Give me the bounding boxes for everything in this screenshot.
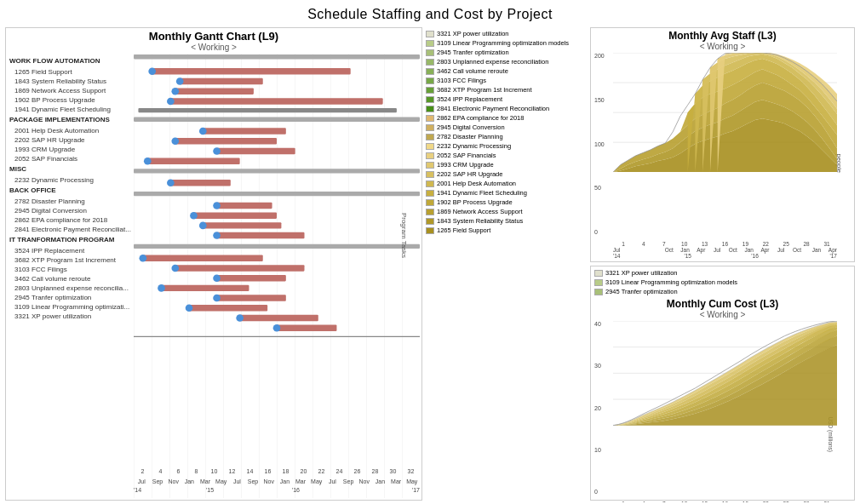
svg-rect-13 (203, 128, 286, 134)
legend-item: 2202 SAP HR Upgrade (426, 169, 588, 179)
cum-cost-chart: 3321 XP power utilization 3109 Linear Pr… (590, 266, 855, 501)
gantt-x-axis-months: Jul Sep Nov Jan Mar May Jul Sep Nov Jan … (134, 478, 420, 484)
legend-item: 1869 Network Access Support (426, 207, 588, 216)
legend-label: 3321 XP power utilization (437, 29, 509, 38)
cum-cost-y-ticks: 010203040 (594, 321, 611, 495)
svg-rect-2 (134, 54, 420, 59)
gantt-item: 2841 Electronic Payment Reconciliat... (8, 225, 134, 234)
gantt-group-pi: PACKAGE IMPLEMENTATIONS (8, 114, 134, 126)
svg-point-35 (140, 255, 147, 262)
legend-swatch (426, 40, 434, 47)
svg-rect-11 (138, 108, 396, 112)
svg-point-20 (144, 158, 152, 165)
legend-label: 3109 Linear Programming optimization mod… (605, 278, 737, 287)
legend-swatch (426, 134, 434, 140)
legend-item: 1265 Field Support (426, 226, 588, 235)
legend-item: 3109 Linear Programming optimization mod… (594, 278, 851, 287)
legend-label: 2862 EPA compliance for 2018 (437, 113, 524, 123)
legend-top-panel: 3321 XP power utilization 3109 Linear Pr… (424, 26, 590, 502)
legend-label: 3321 XP power utilization (605, 268, 678, 278)
svg-rect-31 (217, 232, 305, 238)
program-tasks-label: Program Tasks (400, 213, 408, 258)
legend-item: 1993 CRM Upgrade (426, 160, 588, 169)
legend-swatch (426, 143, 434, 150)
svg-rect-44 (189, 305, 267, 311)
legend-label: 3103 FCC Filings (437, 76, 486, 85)
svg-point-41 (158, 284, 165, 292)
svg-point-49 (273, 324, 281, 332)
svg-rect-17 (217, 148, 295, 154)
cum-cost-legend-header: 3321 XP power utilization 3109 Linear Pr… (594, 268, 851, 296)
legend-label: 3109 Linear Programming optimization mod… (437, 38, 569, 48)
gantt-x-axis-numbers: 2 4 6 8 10 12 14 16 18 20 22 24 26 28 30… (134, 468, 420, 474)
legend-swatch (426, 199, 434, 206)
legend-label: 2232 Dynamic Processing (437, 141, 511, 151)
gantt-group-wfa: WORK FLOW AUTOMATION (8, 55, 134, 67)
svg-rect-27 (193, 212, 277, 218)
gantt-subtitle: < Working > (8, 43, 420, 52)
gantt-item: 1843 System Reliability Status (8, 77, 134, 86)
svg-point-39 (213, 274, 221, 282)
svg-point-43 (213, 295, 221, 302)
legend-label: 1869 Network Access Support (437, 207, 522, 216)
legend-item: 1843 System Reliability Status (426, 216, 588, 226)
cum-cost-title: Monthly Cum Cost (L3) (594, 298, 851, 310)
svg-rect-24 (134, 192, 420, 196)
gantt-item: 1941 Dynamic Fleet Scheduling (8, 105, 134, 114)
legend-swatch (426, 87, 434, 94)
svg-rect-29 (203, 222, 281, 228)
legend-swatch (426, 190, 434, 197)
svg-rect-46 (240, 315, 318, 321)
svg-rect-34 (143, 255, 263, 261)
gantt-item: 1902 BP Process Upgrade (8, 95, 134, 105)
gantt-group-it: IT TRANFORMATION PROGRAM (8, 234, 134, 246)
avg-staff-y-ticks: 050100150200 (594, 53, 611, 235)
legend-item: 2945 Digital Conversion (426, 123, 588, 132)
legend-label: 2052 SAP Financials (437, 151, 496, 160)
svg-point-28 (190, 212, 198, 220)
legend-label: 1941 Dynamic Fleet Scheduling (437, 188, 527, 198)
svg-rect-22 (170, 180, 230, 186)
gantt-group-misc: MISC (8, 163, 134, 175)
legend-swatch (426, 106, 434, 112)
svg-point-26 (213, 202, 221, 209)
legend-label: 2782 Disaster Planning (437, 132, 503, 141)
gantt-item: 2782 Disaster Planning (8, 197, 134, 206)
legend-swatch (426, 68, 434, 75)
gantt-item: 2862 EPA compliance for 2018 (8, 215, 134, 225)
gantt-item: 2803 Unplanned expense reconcilia... (8, 284, 134, 293)
legend-item: 2001 Help Desk Automation (426, 179, 588, 188)
legend-label: 2945 Tranfer optimization (437, 48, 509, 57)
gantt-x-axis-years: '14 '15 '16 '17 (134, 487, 420, 493)
svg-point-16 (171, 138, 179, 146)
avg-staff-x-year-labels: '14 '15 '16 '17 (594, 253, 851, 259)
gantt-item: 2202 SAP HR Upgrade (8, 135, 134, 145)
svg-rect-36 (175, 265, 305, 271)
legend-item: 3109 Linear Programming optimization mod… (426, 38, 588, 48)
legend-top: 3321 XP power utilization 3109 Linear Pr… (426, 29, 588, 235)
legend-label: 2945 Digital Conversion (437, 123, 505, 132)
legend-item: 3321 XP power utilization (426, 29, 588, 38)
svg-point-18 (213, 147, 221, 155)
legend-swatch (426, 77, 434, 84)
svg-rect-12 (134, 117, 420, 122)
legend-item: 2052 SAP Financials (426, 151, 588, 160)
avg-staff-subtitle: < Working > (594, 42, 851, 51)
svg-rect-5 (180, 78, 263, 84)
legend-label: 2001 Help Desk Automation (437, 179, 516, 188)
avg-staff-svg (613, 53, 837, 172)
gantt-bars: 2 4 6 8 10 12 14 16 18 20 22 24 26 28 30… (134, 54, 420, 498)
svg-rect-33 (134, 244, 420, 249)
legend-label: 3524 IPP Replacement (437, 94, 502, 104)
legend-label: 1902 BP Process Upgrade (437, 198, 513, 207)
gantt-item: 1869 Network Access Support (8, 86, 134, 95)
cum-cost-subtitle: < Working > (594, 310, 851, 319)
legend-item: 3682 XTP Program 1st Increment (426, 85, 588, 94)
legend-item: 3103 FCC Filings (426, 76, 588, 85)
legend-swatch (426, 115, 434, 122)
legend-label: 2803 Unplanned expense reconciliation (437, 57, 548, 66)
legend-item: 3462 Call volume reroute (426, 66, 588, 76)
svg-rect-3 (152, 68, 351, 74)
svg-rect-7 (175, 88, 254, 94)
cum-cost-x-months: 1 4 7 10 13 16 19 22 25 28 31 (613, 501, 837, 502)
